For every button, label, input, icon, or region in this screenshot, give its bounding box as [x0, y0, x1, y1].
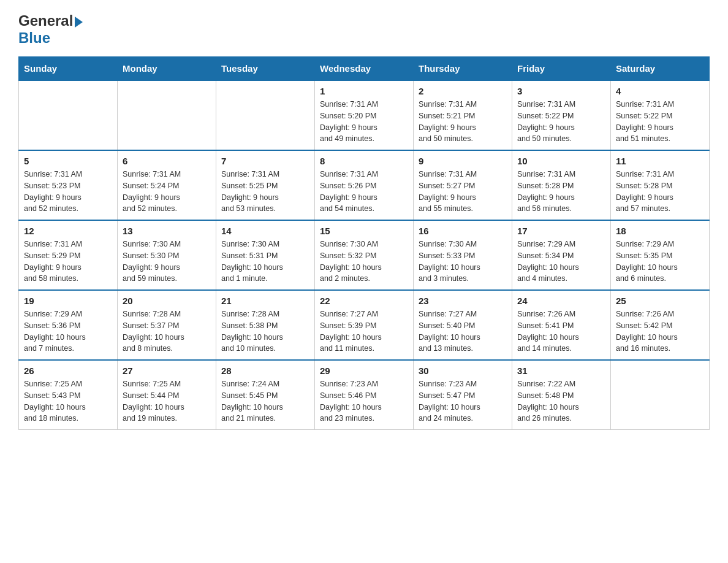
calendar-cell: 14Sunrise: 7:30 AM Sunset: 5:31 PM Dayli…	[216, 220, 315, 290]
day-info: Sunrise: 7:30 AM Sunset: 5:31 PM Dayligh…	[221, 239, 309, 285]
day-number: 11	[616, 156, 704, 166]
day-number: 23	[419, 296, 507, 306]
day-info: Sunrise: 7:31 AM Sunset: 5:20 PM Dayligh…	[320, 99, 408, 145]
calendar-cell: 30Sunrise: 7:23 AM Sunset: 5:47 PM Dayli…	[414, 360, 512, 430]
day-info: Sunrise: 7:25 AM Sunset: 5:44 PM Dayligh…	[123, 378, 211, 424]
calendar-cell: 1Sunrise: 7:31 AM Sunset: 5:20 PM Daylig…	[315, 80, 414, 150]
weekday-header: Thursday	[414, 57, 512, 81]
day-number: 28	[221, 366, 309, 376]
day-number: 31	[517, 366, 605, 376]
calendar-table: SundayMondayTuesdayWednesdayThursdayFrid…	[18, 56, 710, 430]
calendar-cell: 2Sunrise: 7:31 AM Sunset: 5:21 PM Daylig…	[414, 80, 512, 150]
calendar-cell: 23Sunrise: 7:27 AM Sunset: 5:40 PM Dayli…	[414, 290, 512, 360]
calendar-week-row: 12Sunrise: 7:31 AM Sunset: 5:29 PM Dayli…	[19, 220, 710, 290]
calendar-cell: 11Sunrise: 7:31 AM Sunset: 5:28 PM Dayli…	[611, 150, 710, 220]
weekday-header: Monday	[118, 57, 216, 81]
day-number: 6	[123, 156, 211, 166]
day-info: Sunrise: 7:27 AM Sunset: 5:40 PM Dayligh…	[419, 308, 507, 354]
calendar-week-row: 19Sunrise: 7:29 AM Sunset: 5:36 PM Dayli…	[19, 290, 710, 360]
calendar-cell: 12Sunrise: 7:31 AM Sunset: 5:29 PM Dayli…	[19, 220, 118, 290]
day-number: 21	[221, 296, 309, 306]
day-number: 17	[517, 226, 605, 236]
calendar-cell: 10Sunrise: 7:31 AM Sunset: 5:28 PM Dayli…	[512, 150, 611, 220]
calendar-cell: 9Sunrise: 7:31 AM Sunset: 5:27 PM Daylig…	[414, 150, 512, 220]
day-info: Sunrise: 7:31 AM Sunset: 5:22 PM Dayligh…	[616, 99, 704, 145]
calendar-cell	[19, 80, 118, 150]
day-number: 8	[320, 156, 408, 166]
calendar-cell: 13Sunrise: 7:30 AM Sunset: 5:30 PM Dayli…	[118, 220, 216, 290]
calendar-cell: 31Sunrise: 7:22 AM Sunset: 5:48 PM Dayli…	[512, 360, 611, 430]
day-info: Sunrise: 7:30 AM Sunset: 5:32 PM Dayligh…	[320, 239, 408, 285]
calendar-cell: 21Sunrise: 7:28 AM Sunset: 5:38 PM Dayli…	[216, 290, 315, 360]
calendar-header-row: SundayMondayTuesdayWednesdayThursdayFrid…	[19, 57, 710, 81]
calendar-cell: 29Sunrise: 7:23 AM Sunset: 5:46 PM Dayli…	[315, 360, 414, 430]
weekday-header: Friday	[512, 57, 611, 81]
calendar-week-row: 5Sunrise: 7:31 AM Sunset: 5:23 PM Daylig…	[19, 150, 710, 220]
day-number: 20	[123, 296, 211, 306]
day-info: Sunrise: 7:28 AM Sunset: 5:38 PM Dayligh…	[221, 308, 309, 354]
calendar-cell: 20Sunrise: 7:28 AM Sunset: 5:37 PM Dayli…	[118, 290, 216, 360]
calendar-cell: 18Sunrise: 7:29 AM Sunset: 5:35 PM Dayli…	[611, 220, 710, 290]
day-number: 9	[419, 156, 507, 166]
day-number: 7	[221, 156, 309, 166]
day-info: Sunrise: 7:31 AM Sunset: 5:27 PM Dayligh…	[419, 169, 507, 215]
day-number: 1	[320, 86, 408, 96]
calendar-cell: 26Sunrise: 7:25 AM Sunset: 5:43 PM Dayli…	[19, 360, 118, 430]
logo: General Blue	[18, 12, 83, 47]
calendar-cell: 25Sunrise: 7:26 AM Sunset: 5:42 PM Dayli…	[611, 290, 710, 360]
day-number: 19	[24, 296, 112, 306]
day-info: Sunrise: 7:30 AM Sunset: 5:33 PM Dayligh…	[419, 239, 507, 285]
calendar-cell: 15Sunrise: 7:30 AM Sunset: 5:32 PM Dayli…	[315, 220, 414, 290]
day-number: 27	[123, 366, 211, 376]
day-number: 15	[320, 226, 408, 236]
calendar-cell: 16Sunrise: 7:30 AM Sunset: 5:33 PM Dayli…	[414, 220, 512, 290]
day-number: 12	[24, 226, 112, 236]
calendar-cell: 3Sunrise: 7:31 AM Sunset: 5:22 PM Daylig…	[512, 80, 611, 150]
day-info: Sunrise: 7:31 AM Sunset: 5:29 PM Dayligh…	[24, 239, 112, 285]
calendar-cell: 4Sunrise: 7:31 AM Sunset: 5:22 PM Daylig…	[611, 80, 710, 150]
day-info: Sunrise: 7:31 AM Sunset: 5:21 PM Dayligh…	[419, 99, 507, 145]
weekday-header: Saturday	[611, 57, 710, 81]
logo-general-text: General	[18, 12, 73, 29]
calendar-cell	[611, 360, 710, 430]
calendar-cell: 17Sunrise: 7:29 AM Sunset: 5:34 PM Dayli…	[512, 220, 611, 290]
day-info: Sunrise: 7:31 AM Sunset: 5:25 PM Dayligh…	[221, 169, 309, 215]
day-number: 5	[24, 156, 112, 166]
day-info: Sunrise: 7:27 AM Sunset: 5:39 PM Dayligh…	[320, 308, 408, 354]
day-info: Sunrise: 7:31 AM Sunset: 5:23 PM Dayligh…	[24, 169, 112, 215]
day-number: 25	[616, 296, 704, 306]
day-info: Sunrise: 7:24 AM Sunset: 5:45 PM Dayligh…	[221, 378, 309, 424]
day-info: Sunrise: 7:23 AM Sunset: 5:47 PM Dayligh…	[419, 378, 507, 424]
day-number: 26	[24, 366, 112, 376]
day-info: Sunrise: 7:31 AM Sunset: 5:26 PM Dayligh…	[320, 169, 408, 215]
calendar-week-row: 1Sunrise: 7:31 AM Sunset: 5:20 PM Daylig…	[19, 80, 710, 150]
day-info: Sunrise: 7:31 AM Sunset: 5:24 PM Dayligh…	[123, 169, 211, 215]
calendar-cell: 27Sunrise: 7:25 AM Sunset: 5:44 PM Dayli…	[118, 360, 216, 430]
day-number: 2	[419, 86, 507, 96]
logo-arrow-icon	[75, 17, 83, 28]
day-info: Sunrise: 7:31 AM Sunset: 5:28 PM Dayligh…	[616, 169, 704, 215]
day-number: 29	[320, 366, 408, 376]
calendar-cell: 28Sunrise: 7:24 AM Sunset: 5:45 PM Dayli…	[216, 360, 315, 430]
weekday-header: Tuesday	[216, 57, 315, 81]
logo-blue-text: Blue	[18, 29, 50, 46]
calendar-cell: 19Sunrise: 7:29 AM Sunset: 5:36 PM Dayli…	[19, 290, 118, 360]
day-info: Sunrise: 7:22 AM Sunset: 5:48 PM Dayligh…	[517, 378, 605, 424]
day-number: 10	[517, 156, 605, 166]
calendar-cell: 7Sunrise: 7:31 AM Sunset: 5:25 PM Daylig…	[216, 150, 315, 220]
day-info: Sunrise: 7:25 AM Sunset: 5:43 PM Dayligh…	[24, 378, 112, 424]
calendar-cell: 5Sunrise: 7:31 AM Sunset: 5:23 PM Daylig…	[19, 150, 118, 220]
day-info: Sunrise: 7:31 AM Sunset: 5:22 PM Dayligh…	[517, 99, 605, 145]
calendar-cell: 6Sunrise: 7:31 AM Sunset: 5:24 PM Daylig…	[118, 150, 216, 220]
day-number: 16	[419, 226, 507, 236]
day-number: 22	[320, 296, 408, 306]
day-info: Sunrise: 7:29 AM Sunset: 5:36 PM Dayligh…	[24, 308, 112, 354]
calendar-week-row: 26Sunrise: 7:25 AM Sunset: 5:43 PM Dayli…	[19, 360, 710, 430]
day-number: 4	[616, 86, 704, 96]
day-number: 30	[419, 366, 507, 376]
day-info: Sunrise: 7:23 AM Sunset: 5:46 PM Dayligh…	[320, 378, 408, 424]
day-number: 13	[123, 226, 211, 236]
day-info: Sunrise: 7:28 AM Sunset: 5:37 PM Dayligh…	[123, 308, 211, 354]
day-number: 24	[517, 296, 605, 306]
day-info: Sunrise: 7:26 AM Sunset: 5:41 PM Dayligh…	[517, 308, 605, 354]
